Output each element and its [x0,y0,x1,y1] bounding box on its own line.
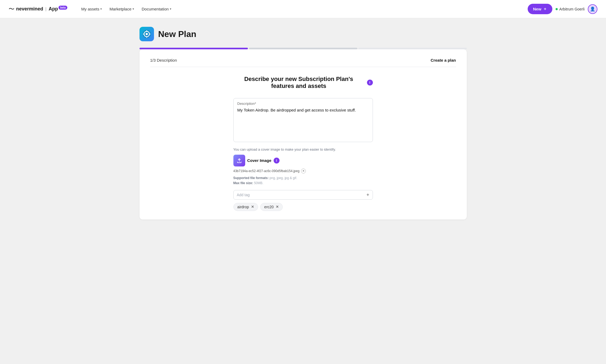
brand-app-text: Appbeta [49,6,67,12]
network-indicator: Arbitrum Goerli [556,7,585,11]
tag-add-button[interactable]: + [366,192,369,197]
svg-point-2 [146,33,148,35]
description-field-group: Description* [233,98,373,142]
file-remove-button[interactable]: ✕ [301,169,306,173]
step-label: 1/3 Description [150,58,177,62]
tags-row: airdrop ✕ erc20 ✕ [233,203,373,211]
info-icon[interactable]: i [367,80,373,86]
chevron-down-icon: ▾ [100,7,102,11]
plan-icon [142,29,152,39]
nav-links: My assets ▾ Marketplace ▾ Documentation … [78,5,528,13]
form-card-header: 1/3 Description Create a plan [150,58,456,67]
cover-image-label: Cover Image i [233,155,373,166]
upload-hint: You can upload a cover image to make you… [233,147,373,151]
chevron-down-icon: ▾ [133,7,134,11]
progress-bar [139,48,467,49]
tag-remove-erc20[interactable]: ✕ [276,205,279,209]
form-card: 1/3 Description Create a plan Describe y… [139,49,467,220]
brand-logo: 〜 nevermined | Appbeta [9,5,67,13]
progress-segment-1 [139,48,248,49]
filename: 43b7194a-ec52-4f27-ac6c-090d5fbab154.jpe… [233,169,300,173]
create-plan-label: Create a plan [431,58,456,62]
file-chip: 43b7194a-ec52-4f27-ac6c-090d5fbab154.jpe… [233,169,373,173]
tag-remove-airdrop[interactable]: ✕ [251,205,254,209]
brand-name: nevermined [16,6,43,12]
page-header: New Plan [139,27,467,41]
tag-input[interactable] [237,193,364,197]
nav-marketplace[interactable]: Marketplace ▾ [106,5,137,13]
beta-badge: beta [58,6,67,10]
brand: 〜 nevermined | Appbeta [9,5,67,13]
navbar: 〜 nevermined | Appbeta My assets ▾ Marke… [0,0,606,18]
description-textarea-wrapper: Description* [233,98,373,142]
upload-icon[interactable] [233,155,245,166]
brand-wings-icon: 〜 [9,5,14,13]
chevron-down-icon: ▾ [170,7,171,11]
new-button[interactable]: New ＋ [528,4,552,14]
form-body: Describe your new Subscription Plan's fe… [233,76,373,211]
navbar-right: New ＋ Arbitrum Goerli 👤 [528,4,597,14]
tag-label: erc20 [264,205,274,209]
page-icon [139,27,154,41]
description-label: Description* [237,102,369,106]
page-title: New Plan [158,29,196,39]
file-formats: Supported file formats: png, jpeg, jpg &… [233,176,373,186]
section-title: Describe your new Subscription Plan's fe… [233,76,373,90]
progress-segment-2 [249,48,357,49]
plus-icon: ＋ [543,6,547,12]
avatar[interactable]: 👤 [588,4,597,14]
page-content: New Plan 1/3 Description Create a plan D… [129,18,478,228]
tag-chip-airdrop: airdrop ✕ [233,203,258,211]
description-textarea[interactable] [237,107,369,138]
cover-image-info-icon[interactable]: i [274,158,280,164]
tag-chip-erc20: erc20 ✕ [260,203,283,211]
nav-documentation[interactable]: Documentation ▾ [138,5,175,13]
tag-label: airdrop [237,205,249,209]
cover-image-section: Cover Image i 43b7194a-ec52-4f27-ac6c-09… [233,155,373,186]
progress-segment-3 [358,48,467,49]
nav-my-assets[interactable]: My assets ▾ [78,5,105,13]
tag-input-row: + [233,190,373,200]
brand-divider: | [45,7,46,12]
network-status-dot [556,8,558,10]
